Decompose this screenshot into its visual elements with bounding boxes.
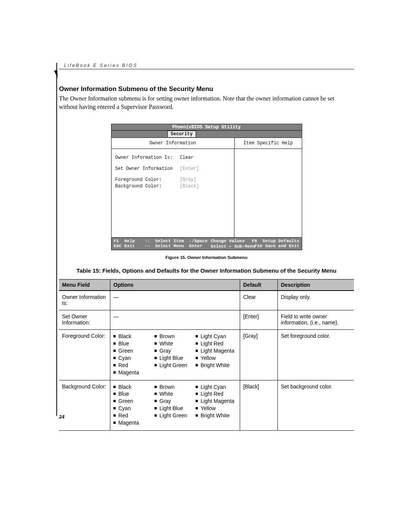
col-description: Description — [278, 280, 354, 291]
cell-menu-field: Background Color: — [59, 380, 110, 430]
bios-value: [Enter] — [180, 166, 230, 171]
key-space: -/Space — [189, 238, 210, 243]
option-item: Bright White — [196, 362, 237, 369]
bios-label: Set Owner Information — [115, 166, 180, 171]
key-esc: ESC — [114, 243, 124, 249]
bios-label: Owner Information Is: — [115, 155, 180, 160]
bios-value: [Black] — [180, 184, 230, 189]
option-item: Green — [113, 347, 155, 355]
option-item: Blue — [113, 390, 155, 398]
cell-default: [Black] — [240, 380, 278, 430]
option-item: Light Blue — [155, 355, 196, 362]
bios-footer: F1 Help ↑↓ Select Item -/Space Change Va… — [112, 238, 302, 250]
intro-paragraph: The Owner Information submenu is for set… — [59, 94, 354, 111]
col-default: Default — [240, 280, 278, 291]
key-enter: Enter — [189, 243, 210, 249]
running-header: LifeBook E Series BIOS — [59, 63, 354, 69]
option-item: Bright White — [196, 412, 237, 419]
arrows-leftright-icon: ←→ — [145, 243, 155, 249]
cell-menu-field: Foreground Color: — [59, 330, 110, 380]
options-column: BlackBlueGreenCyanRedMagenta — [113, 333, 155, 376]
option-item: Magenta — [113, 419, 155, 427]
option-item: Light Magenta — [196, 398, 237, 405]
bios-title: PhoenixBIOS Setup Utility — [112, 124, 302, 131]
option-item: White — [155, 340, 196, 347]
option-item: Blue — [113, 340, 155, 347]
page-notch-icon — [54, 70, 57, 78]
cell-menu-field: Owner Information Is: — [59, 291, 110, 310]
cell-default: Clear — [240, 291, 278, 310]
cell-options: — — [110, 291, 240, 310]
cell-menu-field: Set Owner Information: — [59, 310, 110, 330]
save-exit-label: Save and Exit — [265, 243, 299, 249]
table-row: Foreground Color:BlackBlueGreenCyanRedMa… — [59, 330, 354, 380]
option-item: Light Red — [196, 340, 237, 347]
figure-caption: Figure 15. Owner Information Submenu — [59, 255, 354, 260]
bios-row-set-owner-info: Set Owner Information [Enter] — [115, 166, 230, 171]
select-submenu-label: Select ▸ Sub-Menu — [211, 243, 255, 249]
options-column: BrownWhiteGrayLight BlueLight Green — [155, 333, 196, 376]
option-item: Green — [113, 398, 155, 405]
change-values-label: Change Values — [210, 238, 252, 243]
option-item: Gray — [155, 398, 196, 405]
option-item: Light Green — [155, 412, 196, 419]
cell-default: [Gray] — [240, 330, 278, 380]
table-title: Table 15: Fields, Options and Defaults f… — [59, 267, 354, 274]
col-options: Options — [110, 280, 240, 291]
bios-value: Clear — [180, 155, 230, 160]
table-header-row: Menu Field Options Default Description — [59, 280, 354, 291]
bios-left-header: Owner Information — [112, 138, 235, 149]
bios-label: Foreground Color: — [115, 177, 180, 182]
bios-menubar: Security — [112, 131, 302, 138]
option-item: Yellow — [196, 355, 237, 362]
key-f9: F9 — [252, 238, 263, 243]
cell-default: [Enter] — [240, 310, 278, 330]
setup-defaults-label: Setup Defaults — [263, 238, 299, 243]
key-f1: F1 — [114, 238, 124, 243]
options-table: Menu Field Options Default Description O… — [59, 279, 354, 431]
option-item: Light Blue — [155, 405, 196, 412]
options-column: Light CyanLight RedLight MagentaYellowBr… — [196, 333, 237, 376]
option-item: Cyan — [113, 405, 155, 412]
bios-value: [Gray] — [180, 177, 230, 182]
table-row: Background Color:BlackBlueGreenCyanRedMa… — [59, 380, 354, 430]
bios-row-foreground-color: Foreground Color: [Gray] — [115, 177, 230, 182]
bios-help-pane — [234, 149, 302, 237]
option-item: Black — [113, 383, 155, 391]
option-item: Black — [113, 333, 155, 340]
bios-footer-line1: F1 Help ↑↓ Select Item -/Space Change Va… — [114, 238, 299, 243]
cell-description: Display only. — [278, 291, 354, 310]
bios-right-header: Item Specific Help — [235, 138, 302, 149]
cell-description: Set foreground color. — [278, 330, 354, 380]
option-item: Light Cyan — [196, 333, 237, 340]
bios-left-pane: Owner Information Is: Clear Set Owner In… — [112, 149, 234, 237]
cell-description: Field to write owner information, (i.e.,… — [278, 310, 354, 330]
options-column: BrownWhiteGrayLight BlueLight Green — [155, 383, 196, 427]
bios-body: Owner Information Is: Clear Set Owner In… — [112, 149, 302, 238]
option-item: Light Cyan — [196, 383, 237, 391]
option-item: Red — [113, 412, 155, 419]
document-page: LifeBook E Series BIOS Owner Information… — [0, 0, 411, 532]
option-item: Magenta — [113, 369, 155, 376]
option-item: Light Red — [196, 390, 237, 398]
option-item: Red — [113, 362, 155, 369]
select-menu-label: Select Menu — [155, 243, 189, 249]
bios-label: Background Color: — [115, 184, 180, 189]
key-f1-label: Help — [124, 238, 145, 243]
key-esc-label: Exit — [124, 243, 145, 249]
option-item: White — [155, 390, 196, 398]
option-item: Light Magenta — [196, 347, 237, 355]
options-column: BlackBlueGreenCyanRedMagenta — [113, 383, 155, 427]
bios-footer-line2: ESC Exit ←→ Select Menu Enter Select ▸ S… — [114, 243, 299, 249]
table-row: Owner Information Is:—ClearDisplay only. — [59, 291, 354, 310]
bios-screenshot: PhoenixBIOS Setup Utility Security Owner… — [111, 124, 302, 250]
bios-row-owner-info-is: Owner Information Is: Clear — [115, 155, 230, 160]
bios-pane-headers: Owner Information Item Specific Help — [112, 138, 302, 149]
option-item: Yellow — [196, 405, 237, 412]
option-item: Brown — [155, 333, 196, 340]
options-column: Light CyanLight RedLight MagentaYellowBr… — [196, 383, 237, 427]
select-item-label: Select Item — [155, 238, 189, 243]
page-rule — [56, 63, 57, 416]
key-f10: F10 — [255, 243, 265, 249]
cell-description: Set background color. — [278, 380, 354, 430]
